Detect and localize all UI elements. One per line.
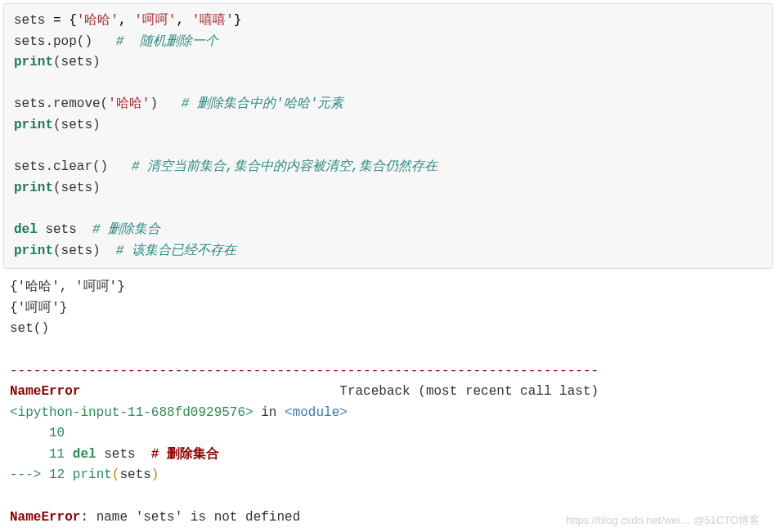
code-comment: # 随机删除一个 (116, 34, 218, 49)
error-final: NameError: name 'sets' is not defined (10, 510, 300, 525)
traceback-label: Traceback (most recent call last) (80, 384, 599, 399)
code-text: { (61, 13, 77, 28)
arrow: ---> (10, 467, 49, 482)
code-text: ) (150, 96, 181, 111)
code-line-12: print(sets) # 该集合已经不存在 (14, 244, 236, 258)
paren: ) (151, 467, 159, 482)
builtin: print (14, 118, 53, 132)
code-line-9: print(sets) (14, 181, 101, 195)
code-text: sets.clear() (14, 159, 132, 174)
code-comment: # 删除集合 (92, 222, 160, 237)
builtin: print (14, 55, 53, 69)
code-comment: # 清空当前集合,集合中的内容被清空,集合仍然存在 (132, 159, 437, 174)
keyword: del (14, 222, 38, 237)
traceback-line: 10 (10, 426, 73, 440)
output-line: set() (10, 321, 49, 336)
code-text: sets.pop() (14, 34, 116, 49)
code-text: sets (14, 13, 53, 28)
code-text: sets (38, 222, 92, 237)
error-name: NameError (10, 510, 80, 525)
separator: ----------------------------------------… (10, 364, 599, 378)
code-line-3: print(sets) (14, 55, 101, 69)
builtin: print (73, 467, 112, 482)
error-location: <ipython-input-11-688fd0929576> in <modu… (10, 405, 348, 420)
code-comment: # 删除集合中的'哈哈'元素 (182, 96, 343, 111)
string-literal: '呵呵' (134, 13, 176, 28)
code-line-8: sets.clear() # 清空当前集合,集合中的内容被清空,集合仍然存在 (14, 159, 437, 174)
input-ref: <ipython-input-11-688fd0929576> (10, 405, 253, 420)
code-block: sets = {'哈哈', '呵呵', '嘻嘻'} sets.pop() # 随… (3, 3, 773, 269)
code-text: (sets) (53, 118, 101, 132)
builtin: print (14, 181, 53, 195)
traceback-line: 11 del sets # 删除集合 (10, 447, 219, 462)
code-text: (sets) (53, 244, 116, 258)
code-line-2: sets.pop() # 随机删除一个 (14, 34, 218, 49)
line-no: 11 (10, 447, 73, 462)
code-text: , (176, 13, 191, 28)
code-line-1: sets = {'哈哈', '呵呵', '嘻嘻'} (14, 13, 241, 28)
output-block: {'哈哈', '呵呵'} {'呵呵'} set() --------------… (0, 272, 776, 532)
code-comment: # 该集合已经不存在 (116, 244, 236, 258)
string-literal: '哈哈' (108, 96, 150, 111)
traceback-line-current: ---> 12 print(sets) (10, 467, 159, 482)
string-literal: '哈哈' (77, 13, 119, 28)
builtin: print (14, 244, 53, 258)
error-header: NameError Traceback (most recent call la… (10, 384, 599, 399)
arg: sets (119, 467, 150, 482)
error-message: : name 'sets' is not defined (80, 510, 300, 525)
keyword: del (73, 447, 96, 462)
line-no: 12 (49, 467, 73, 482)
module-ref: <module> (285, 405, 348, 420)
watermark: https://blog.csdn.net/wei… @51CTO博客 (566, 513, 760, 528)
code-text: (sets) (53, 181, 101, 195)
code-line-6: print(sets) (14, 118, 101, 132)
paren: ( (112, 467, 120, 482)
code-text: (sets) (53, 55, 101, 69)
code-text: } (234, 13, 242, 28)
code-text: sets.remove( (14, 96, 108, 111)
comment-in-tb: # 删除集合 (151, 447, 219, 462)
code-line-5: sets.remove('哈哈') # 删除集合中的'哈哈'元素 (14, 96, 343, 111)
error-name: NameError (10, 384, 80, 399)
string-literal: '嘻嘻' (192, 13, 234, 28)
code-text: = (53, 13, 61, 28)
code-text: sets (96, 447, 151, 462)
code-text: , (119, 13, 134, 28)
in-label: in (253, 405, 285, 420)
code-line-11: del sets # 删除集合 (14, 222, 160, 237)
output-line: {'哈哈', '呵呵'} (10, 279, 125, 294)
output-line: {'呵呵'} (10, 301, 67, 315)
